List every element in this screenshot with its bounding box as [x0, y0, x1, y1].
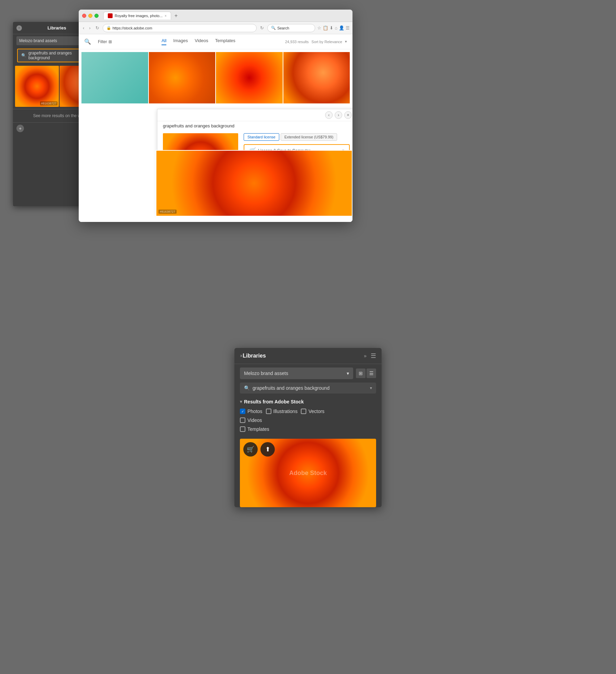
photos-checkbox[interactable] — [240, 409, 245, 414]
browser-addressbar: ‹ › ↻ 🔒 https://stock.adobe.com ↻ 🔍 Sear… — [79, 22, 352, 34]
address-icons: ☆ 📋 ⬇ ⌂ 👤 ☰ — [317, 25, 350, 30]
extended-license-tab[interactable]: Extended license (US$79.99) — [281, 133, 337, 141]
home-icon[interactable]: ⌂ — [335, 25, 337, 30]
lpl-cart-button[interactable]: 🛒 — [243, 442, 258, 457]
lpl-watermark: Adobe Stock — [289, 470, 327, 477]
illustrations-checkbox[interactable] — [266, 409, 271, 414]
minimize-window-button[interactable] — [88, 14, 92, 18]
library-dropdown[interactable]: Melozo brand assets ▾ — [16, 36, 84, 45]
lpl-collapse-button[interactable]: » — [364, 353, 367, 359]
detail-prev-button[interactable]: ‹ — [325, 111, 333, 119]
lpl-dropdown-value: Melozo brand assets — [244, 371, 288, 376]
lpl-search-row: 🔍 grapefruits and oranges background ▾ — [240, 383, 376, 394]
reload-button[interactable]: ↻ — [259, 25, 265, 31]
vectors-checkbox[interactable] — [301, 409, 306, 414]
refresh-button[interactable]: ↻ — [94, 25, 101, 31]
new-tab-button[interactable]: + — [172, 13, 180, 19]
stock-images-grid — [79, 49, 352, 104]
lpl-titlebar: × Libraries » ☰ — [234, 348, 382, 364]
person-icon[interactable]: 👤 — [339, 25, 344, 30]
tab-templates[interactable]: Templates — [215, 38, 235, 45]
lpl-title: Libraries — [243, 353, 266, 359]
lpl-search-dropdown-button[interactable]: ▾ — [370, 386, 372, 390]
detail-nav: ‹ › × — [157, 109, 352, 121]
lpl-results-title: Results from Adobe Stock — [244, 399, 304, 404]
tab-images[interactable]: Images — [173, 38, 188, 45]
filter-templates[interactable]: Templates — [240, 426, 269, 432]
filter-photos[interactable]: Photos — [240, 409, 262, 414]
bottom-image-main[interactable]: #81638727 — [156, 151, 352, 216]
filter-videos[interactable]: Videos — [240, 417, 376, 423]
reading-list-icon[interactable]: 📋 — [323, 25, 328, 30]
lpl-search-text: grapefruits and oranges background — [253, 385, 367, 391]
browser-window: Royalty free images, photo... × + ‹ › ↻ … — [79, 10, 352, 222]
bottom-image-strip: #81638727 — [156, 150, 352, 222]
download-icon[interactable]: ⬇ — [330, 25, 333, 30]
lpl-grid-view-button[interactable]: ⊞ — [356, 369, 365, 378]
bookmark-icon[interactable]: ☆ — [317, 25, 321, 30]
tab-videos[interactable]: Videos — [195, 38, 208, 45]
filter-vectors[interactable]: Vectors — [301, 409, 324, 414]
lock-icon: 🔒 — [106, 26, 111, 30]
address-field[interactable]: 🔒 https://stock.adobe.com — [103, 24, 257, 32]
browser-tab-bar: Royalty free images, photo... × + — [103, 12, 349, 20]
bottom-image-id: #81638727 — [158, 210, 177, 214]
videos-label: Videos — [247, 417, 262, 423]
stock-image-1[interactable] — [81, 52, 148, 103]
browser-search-text: Search — [277, 26, 289, 30]
tab-all[interactable]: All — [162, 38, 166, 45]
lpl-list-view-button[interactable]: ☰ — [367, 369, 376, 378]
lpl-view-buttons: ⊞ ☰ — [356, 369, 376, 378]
lpl-image-preview: Adobe Stock 🛒 ⬆ — [240, 439, 376, 507]
lpl-upload-button[interactable]: ⬆ — [260, 442, 275, 457]
panel-close-button[interactable]: × — [16, 25, 22, 31]
add-button[interactable]: + — [16, 125, 24, 132]
tab-close-button[interactable]: × — [165, 14, 167, 18]
lpl-dropdown-row: Melozo brand assets ▾ ⊞ ☰ — [234, 364, 382, 383]
templates-checkbox[interactable] — [240, 426, 245, 432]
browser-search-field[interactable]: 🔍 Search — [267, 24, 315, 32]
thumbnail-1[interactable]: #81638727 — [15, 66, 59, 107]
lpl-results-chevron: ▾ — [240, 399, 242, 404]
search-icon: 🔍 — [21, 53, 26, 58]
browser-titlebar: Royalty free images, photo... × + — [79, 10, 352, 22]
detail-next-button[interactable]: › — [335, 111, 342, 119]
lpl-library-dropdown[interactable]: Melozo brand assets ▾ — [240, 367, 353, 379]
browser-tab[interactable]: Royalty free images, photo... × — [103, 12, 171, 20]
menu-icon[interactable]: ☰ — [346, 25, 350, 30]
libraries-panel-large: × Libraries » ☰ Melozo brand assets ▾ ⊞ … — [234, 348, 382, 507]
results-count: 24,933 results — [285, 40, 309, 44]
filter-illustrations[interactable]: Illustrations — [266, 409, 298, 414]
maximize-window-button[interactable] — [94, 14, 99, 18]
lpl-menu-button[interactable]: ☰ — [371, 352, 376, 360]
videos-checkbox[interactable] — [240, 417, 245, 423]
stock-tabs: All Images Videos Templates — [119, 38, 278, 45]
standard-license-tab[interactable]: Standard license — [244, 133, 279, 141]
stock-results-info: 24,933 results Sort by Relevance ▾ — [285, 39, 347, 44]
detail-title: grapefruits and oranges background — [157, 121, 352, 130]
panel-title: Libraries — [48, 25, 66, 30]
detail-close-button[interactable]: × — [344, 111, 352, 119]
stock-image-2[interactable] — [149, 52, 216, 103]
stock-search-icon[interactable]: 🔍 — [84, 38, 91, 45]
close-window-button[interactable] — [82, 14, 86, 18]
lpl-search-icon: 🔍 — [244, 385, 250, 391]
lpl-close-button[interactable]: × — [240, 353, 243, 359]
bottom-section: × Libraries » ☰ Melozo brand assets ▾ ⊞ … — [0, 337, 616, 674]
back-button[interactable]: ‹ — [81, 25, 86, 31]
lpl-results-section: ▾ Results from Adobe Stock Photos Illust… — [234, 396, 382, 439]
photos-label: Photos — [247, 409, 262, 414]
lpl-filters: Photos Illustrations Vectors Videos Temp… — [240, 407, 376, 436]
stock-content: 🔍 Filter ⊞ All Images Videos Templates 2… — [79, 34, 352, 222]
templates-label: Templates — [247, 426, 269, 432]
sort-label[interactable]: Sort by Relevance — [311, 40, 342, 44]
forward-button[interactable]: › — [88, 25, 92, 31]
lpl-image-actions: 🛒 ⬆ — [243, 442, 275, 457]
tab-favicon — [108, 13, 113, 18]
lpl-results-header[interactable]: ▾ Results from Adobe Stock — [240, 396, 376, 407]
top-section: × Libraries » ☰ Melozo brand assets ▾ ⊞ … — [0, 0, 616, 337]
stock-image-4[interactable] — [283, 52, 350, 103]
url-text: https://stock.adobe.com — [113, 26, 152, 30]
filter-button[interactable]: Filter ⊞ — [98, 39, 112, 44]
stock-image-3[interactable] — [216, 52, 283, 103]
